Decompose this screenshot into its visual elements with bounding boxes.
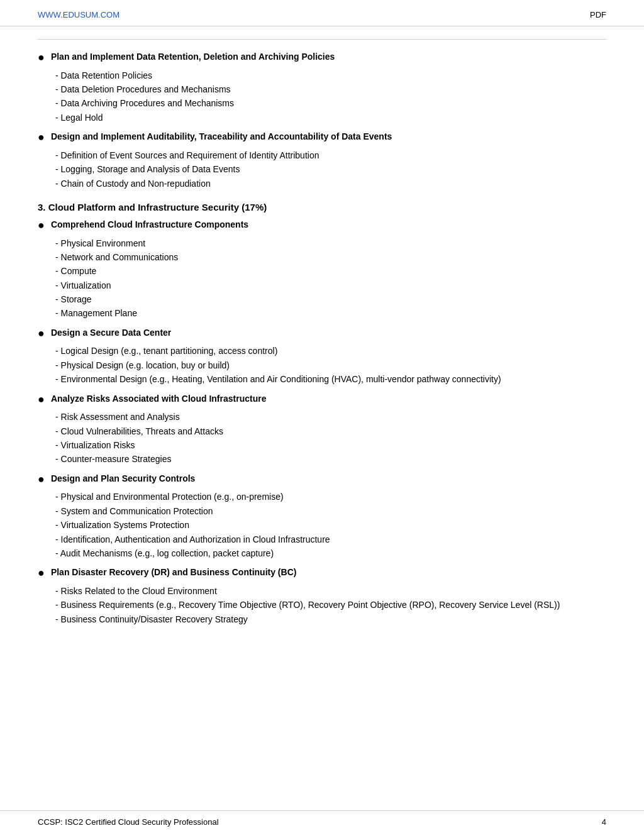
footer-page-number: 4 bbox=[602, 817, 606, 827]
list-item: - Virtualization Risks bbox=[55, 438, 606, 452]
list-item: - Definition of Event Sources and Requir… bbox=[55, 148, 606, 162]
list-item: - Business Continuity/Disaster Recovery … bbox=[55, 612, 606, 626]
sub-items-design-secure-dc: - Logical Design (e.g., tenant partition… bbox=[55, 344, 606, 386]
bullet-item-design-implement: ● Design and Implement Auditability, Tra… bbox=[38, 131, 606, 145]
list-item: - Network and Communications bbox=[55, 250, 606, 264]
list-item: - Cloud Vulnerabilities, Threats and Att… bbox=[55, 424, 606, 438]
list-item: - Data Retention Policies bbox=[55, 69, 606, 82]
page: WWW.EDUSUM.COM PDF ● Plan and Implement … bbox=[0, 0, 644, 833]
list-item: - Physical and Environmental Protection … bbox=[55, 490, 606, 504]
section-plan-implement: ● Plan and Implement Data Retention, Del… bbox=[38, 51, 606, 124]
list-item: - Logical Design (e.g., tenant partition… bbox=[55, 344, 606, 358]
list-item: - Environmental Design (e.g., Heating, V… bbox=[55, 372, 606, 386]
list-item: - Physical Design (e.g. location, buy or… bbox=[55, 358, 606, 372]
sub-items-design-implement: - Definition of Event Sources and Requir… bbox=[55, 148, 606, 190]
list-item: - Management Plane bbox=[55, 306, 606, 320]
list-item: - Chain of Custody and Non-repudiation bbox=[55, 177, 606, 190]
list-item: - Risks Related to the Cloud Environment bbox=[55, 584, 606, 598]
list-item: - Audit Mechanisms (e.g., log collection… bbox=[55, 546, 606, 560]
section-analyze-risks: ● Analyze Risks Associated with Cloud In… bbox=[38, 393, 606, 466]
bullet-title-design-plan-security: Design and Plan Security Controls bbox=[51, 473, 196, 485]
bullet-title-comprehend-cloud: Comprehend Cloud Infrastructure Componen… bbox=[51, 219, 248, 231]
sub-items-plan-implement: - Data Retention Policies - Data Deletio… bbox=[55, 69, 606, 125]
bullet-item-plan-implement: ● Plan and Implement Data Retention, Del… bbox=[38, 51, 606, 65]
section-design-secure-dc: ● Design a Secure Data Center - Logical … bbox=[38, 327, 606, 387]
page-header: WWW.EDUSUM.COM PDF bbox=[0, 0, 644, 26]
bullet-item-analyze-risks: ● Analyze Risks Associated with Cloud In… bbox=[38, 393, 606, 407]
footer-left-text: CCSP: ISC2 Certified Cloud Security Prof… bbox=[38, 817, 219, 827]
bullet-dot-4: ● bbox=[38, 327, 45, 341]
bullet-title-plan-implement: Plan and Implement Data Retention, Delet… bbox=[51, 51, 335, 63]
bullet-item-plan-disaster: ● Plan Disaster Recovery (DR) and Busine… bbox=[38, 566, 606, 580]
section-design-plan-security: ● Design and Plan Security Controls - Ph… bbox=[38, 473, 606, 561]
section3-heading: 3. Cloud Platform and Infrastructure Sec… bbox=[38, 202, 606, 212]
bullet-item-design-secure-dc: ● Design a Secure Data Center bbox=[38, 327, 606, 341]
list-item: - Storage bbox=[55, 292, 606, 306]
list-item: - Data Deletion Procedures and Mechanism… bbox=[55, 82, 606, 96]
sub-items-design-plan-security: - Physical and Environmental Protection … bbox=[55, 490, 606, 560]
header-link[interactable]: WWW.EDUSUM.COM bbox=[38, 10, 119, 19]
bullet-title-design-implement: Design and Implement Auditability, Trace… bbox=[51, 131, 392, 143]
bullet-dot-7: ● bbox=[38, 566, 45, 580]
list-item: - Physical Environment bbox=[55, 236, 606, 250]
list-item: - Risk Assessment and Analysis bbox=[55, 410, 606, 424]
section-plan-disaster: ● Plan Disaster Recovery (DR) and Busine… bbox=[38, 566, 606, 626]
list-item: - Identification, Authentication and Aut… bbox=[55, 532, 606, 546]
sub-items-comprehend-cloud: - Physical Environment - Network and Com… bbox=[55, 236, 606, 321]
list-item: - Legal Hold bbox=[55, 111, 606, 124]
list-item: - Data Archiving Procedures and Mechanis… bbox=[55, 96, 606, 110]
bullet-title-analyze-risks: Analyze Risks Associated with Cloud Infr… bbox=[51, 393, 267, 405]
section-comprehend-cloud: ● Comprehend Cloud Infrastructure Compon… bbox=[38, 219, 606, 321]
list-item: - Virtualization bbox=[55, 279, 606, 292]
list-item: - Logging, Storage and Analysis of Data … bbox=[55, 162, 606, 176]
header-pdf-label: PDF bbox=[590, 10, 606, 19]
bullet-title-design-secure-dc: Design a Secure Data Center bbox=[51, 327, 171, 339]
list-item: - Virtualization Systems Protection bbox=[55, 518, 606, 532]
list-item: - Business Requirements (e.g., Recovery … bbox=[55, 598, 606, 612]
bullet-dot-5: ● bbox=[38, 393, 45, 407]
bullet-title-plan-disaster: Plan Disaster Recovery (DR) and Business… bbox=[51, 566, 297, 579]
page-footer: CCSP: ISC2 Certified Cloud Security Prof… bbox=[0, 810, 644, 833]
top-divider bbox=[38, 39, 606, 40]
bullet-dot-3: ● bbox=[38, 219, 45, 233]
list-item: - System and Communication Protection bbox=[55, 504, 606, 518]
bullet-item-design-plan-security: ● Design and Plan Security Controls bbox=[38, 473, 606, 487]
section-design-implement: ● Design and Implement Auditability, Tra… bbox=[38, 131, 606, 190]
list-item: - Counter-measure Strategies bbox=[55, 452, 606, 466]
list-item: - Compute bbox=[55, 264, 606, 278]
sub-items-plan-disaster: - Risks Related to the Cloud Environment… bbox=[55, 584, 606, 626]
bullet-dot-6: ● bbox=[38, 473, 45, 487]
bullet-item-comprehend-cloud: ● Comprehend Cloud Infrastructure Compon… bbox=[38, 219, 606, 233]
sub-items-analyze-risks: - Risk Assessment and Analysis - Cloud V… bbox=[55, 410, 606, 466]
bullet-dot-1: ● bbox=[38, 51, 45, 65]
main-content: ● Plan and Implement Data Retention, Del… bbox=[0, 26, 644, 683]
bullet-dot-2: ● bbox=[38, 131, 45, 145]
